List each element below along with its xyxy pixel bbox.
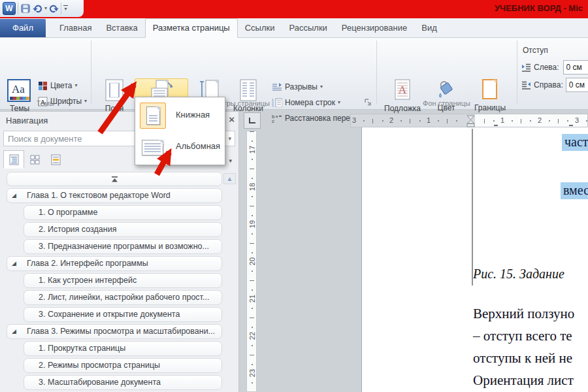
nav-item[interactable]: 2. Лист, линейки, настройки рабочего про… [24, 290, 222, 305]
vertical-ruler[interactable]: 17181920212223 [246, 131, 257, 392]
ruler-number: 3 [352, 116, 356, 124]
nav-item-label: 3. Сохранение и открытие документа [39, 310, 180, 319]
undo-icon [33, 4, 42, 14]
portrait-label: Книжная [176, 110, 210, 120]
save-button[interactable] [20, 2, 31, 15]
ruler-tick [252, 196, 253, 197]
highlighted-text[interactable]: вмес [561, 182, 588, 199]
nav-item[interactable]: 1. Прокрутка страницы [24, 341, 222, 356]
indent-right-input[interactable] [566, 78, 588, 92]
tab-review[interactable]: Рецензирование [335, 19, 414, 37]
table-border-line [472, 129, 473, 286]
nav-item[interactable]: 1. Как устроен интерфейс [24, 273, 222, 288]
nav-item[interactable]: 2. История создания [24, 222, 222, 237]
ruler-tick [250, 355, 254, 355]
theme-colors-label: Цвета [50, 81, 72, 90]
tab-references[interactable]: Ссылки [238, 19, 282, 37]
themes-group-label: Темы [0, 99, 91, 107]
menu-item-landscape[interactable]: Альбомная [135, 133, 225, 166]
ruler-tick [372, 119, 373, 123]
ribbon-tab-bar: Файл Главная Вставка Разметка страницы С… [0, 18, 588, 38]
ruler-number: 23 [248, 368, 256, 378]
ruler-tick [252, 289, 253, 291]
word-logo-icon[interactable]: W [3, 2, 16, 15]
ruler-number: 20 [248, 257, 256, 266]
search-options-caret-icon[interactable]: ▾ [228, 135, 231, 142]
scroll-up-button[interactable]: ▲ [223, 173, 236, 184]
landscape-page-icon [142, 140, 163, 155]
ruler-number: 1 [427, 116, 431, 124]
collapse-triangle-icon[interactable]: ◢ [12, 325, 16, 338]
separator [18, 3, 18, 14]
tab-mailings[interactable]: Рассылки [282, 19, 335, 37]
nav-item-label: Глава 2. Интерфейс программы [27, 259, 148, 268]
customize-quick-access-button[interactable]: ▾ [63, 2, 68, 15]
theme-colors-button[interactable]: Цвета ▾ [38, 78, 77, 93]
group-separator [376, 41, 377, 105]
breaks-button[interactable]: Разрывы ▾ [272, 80, 323, 94]
separator [61, 3, 61, 14]
nav-item[interactable]: ◢Глава 1. О текстовом редакторе Word [7, 188, 222, 203]
ruler-tick [252, 252, 253, 253]
indent-left-input[interactable] [563, 60, 588, 74]
close-icon[interactable]: × [229, 114, 235, 125]
nav-item[interactable]: 2. Режимы просмотра страницы [24, 358, 222, 373]
search-results-view-icon [51, 154, 61, 165]
indent-right-icon [521, 81, 531, 90]
tab-page-layout[interactable]: Разметка страницы [145, 18, 238, 38]
nav-item-label: 3. Предназначение программы и возможно..… [39, 242, 209, 251]
ruler-number: 2 [538, 116, 542, 124]
ruler-tick [250, 243, 254, 244]
tab-selector[interactable] [244, 112, 261, 129]
indent-right-row: Справа: [521, 78, 588, 92]
tab-home[interactable]: Главная [52, 19, 99, 37]
indent-markers-icon[interactable] [466, 115, 475, 127]
pane-options-caret-icon[interactable]: ▾ [229, 157, 232, 164]
nav-item-label: 1. О программе [39, 208, 97, 217]
ruler-number: 2 [389, 116, 393, 124]
ruler-tick [419, 120, 421, 122]
svg-text:a: a [276, 114, 278, 118]
body-text-line: Верхний ползуно [473, 306, 574, 322]
document-page[interactable]: част вмес Рис. 15. Задание Верхний ползу… [361, 127, 588, 392]
ruler-tick [250, 206, 254, 206]
ruler-tick [250, 169, 254, 169]
nav-item-label: 2. История создания [39, 225, 116, 234]
nav-item[interactable]: 3. Сохранение и открытие документа [24, 307, 222, 322]
nav-item[interactable]: 3. Предназначение программы и возможно..… [24, 239, 222, 254]
tab-file[interactable]: Файл [0, 19, 46, 37]
jump-to-top-item[interactable] [7, 172, 222, 186]
nav-item-label: Глава 1. О текстовом редакторе Word [27, 191, 171, 200]
nav-item[interactable]: 1. О программе [24, 205, 222, 220]
tab-view[interactable]: Вид [414, 19, 444, 37]
ruler-tick [410, 119, 410, 123]
ruler-number: 17 [248, 145, 256, 154]
highlighted-text[interactable]: част [562, 134, 588, 151]
nav-item-label: 3. Масштабирование документа [39, 378, 161, 387]
nav-tab-pages[interactable] [24, 150, 45, 169]
nav-list: ◢Глава 1. О текстовом редакторе Word1. О… [7, 172, 222, 392]
nav-tab-results[interactable] [45, 150, 66, 169]
breaks-icon [272, 82, 282, 91]
ruler-tick [456, 120, 457, 122]
collapse-triangle-icon[interactable]: ◢ [12, 189, 16, 203]
nav-item[interactable]: ◢Глава 3. Режимы просмотра и масштабиров… [7, 324, 222, 339]
ruler-number: 3 [575, 116, 579, 124]
nav-item[interactable]: ◢Глава 2. Интерфейс программы [7, 256, 222, 271]
nav-item[interactable]: 3. Масштабирование документа [24, 375, 222, 390]
undo-dropdown-caret-icon[interactable]: ▾ [44, 6, 47, 11]
page-setup-dialog-launcher[interactable] [364, 97, 372, 106]
redo-button[interactable] [49, 2, 59, 15]
window-title: УЧЕБНИК ВОРД - Mic [495, 3, 583, 13]
menu-item-portrait[interactable]: Книжная [135, 99, 225, 132]
undo-button[interactable] [33, 2, 42, 15]
group-separator [91, 41, 91, 105]
ruler-tick [252, 364, 253, 365]
nav-tab-headings[interactable] [3, 150, 24, 169]
navigation-pane-title: Навигация [6, 116, 48, 125]
portrait-selected-box [140, 103, 166, 129]
tab-insert[interactable]: Вставка [99, 19, 144, 37]
nav-item-label: Глава 3. Режимы просмотра и масштабирова… [27, 327, 215, 336]
horizontal-ruler[interactable]: 321123 [350, 114, 588, 127]
collapse-triangle-icon[interactable]: ◢ [12, 257, 16, 270]
